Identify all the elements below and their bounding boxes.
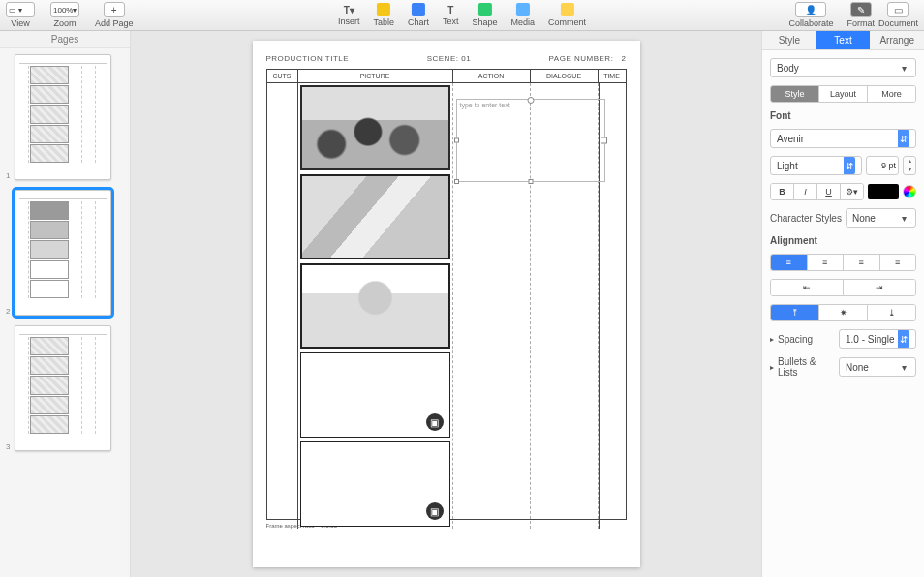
collaborate-icon: 👤 [795, 2, 826, 17]
storyboard-table: CUTS PICTURE ACTION DIALOGUE TIME ▣ ▣ [266, 69, 627, 520]
underline-button[interactable]: U [817, 184, 841, 199]
image-placeholder-icon[interactable]: ▣ [426, 413, 444, 431]
outdent-button[interactable]: ⇤ [771, 280, 844, 295]
page[interactable]: PRODUCTION TITLE SCENE: 01 PAGE NUMBER: … [253, 41, 640, 567]
valign-middle-button[interactable]: ✷ [819, 305, 868, 320]
zoom-menu[interactable]: 100%▾ Zoom [50, 2, 79, 28]
tab-style[interactable]: Style [762, 31, 816, 49]
disclosure-triangle-icon[interactable]: ▸ [770, 363, 774, 372]
bullets-dropdown[interactable]: None▾ [839, 357, 916, 377]
format-inspector: Style Text Arrange Body▾ Style Layout Mo… [761, 31, 924, 577]
align-right-button[interactable]: ≡ [844, 255, 880, 270]
insert-icon: T▾ [344, 5, 354, 15]
cuts-column[interactable] [267, 83, 298, 529]
page-header: PRODUCTION TITLE SCENE: 01 PAGE NUMBER: … [266, 54, 627, 63]
valign-top-button[interactable]: ⤒ [771, 305, 819, 320]
col-time: TIME [599, 70, 626, 82]
comment-icon [561, 3, 574, 16]
chevron-down-icon: ▾ [898, 358, 909, 376]
comment-button[interactable]: Comment [548, 3, 586, 27]
col-dialogue: DIALOGUE [531, 70, 599, 82]
tab-text[interactable]: Text [816, 31, 871, 49]
stepper-icon: ⇵ [898, 330, 909, 348]
align-left-button[interactable]: ≡ [771, 255, 808, 270]
storyboard-frame-1[interactable] [300, 85, 450, 170]
font-weight-dropdown[interactable]: Light⇵ [770, 156, 862, 175]
toolbar: ▭ ▾ View 100%▾ Zoom + Add Page T▾ Insert… [0, 0, 924, 31]
chart-icon [412, 3, 425, 16]
table-button[interactable]: Table [373, 3, 394, 27]
table-icon [377, 3, 390, 16]
text-options-button[interactable]: ⚙▾ [841, 184, 863, 199]
storyboard-frame-3[interactable] [300, 263, 450, 349]
valign-bottom-button[interactable]: ⤓ [868, 305, 915, 320]
storyboard-frame-2[interactable] [300, 174, 450, 259]
document-button[interactable]: ▭ Document [878, 2, 918, 28]
view-menu[interactable]: ▭ ▾ View [6, 2, 35, 28]
paragraph-style-dropdown[interactable]: Body▾ [770, 58, 916, 77]
insert-button[interactable]: T▾ Insert [338, 5, 360, 26]
subtab-style[interactable]: Style [771, 86, 819, 102]
font-size-input[interactable]: 9 pt [866, 156, 899, 175]
shape-button[interactable]: Shape [473, 3, 498, 27]
action-column[interactable]: type to enter text [453, 83, 531, 529]
image-placeholder-icon[interactable]: ▣ [426, 502, 444, 520]
bullets-label: Bullets & Lists [778, 356, 835, 378]
add-page-button[interactable]: + Add Page [95, 2, 134, 28]
font-section-label: Font [770, 110, 916, 121]
spacing-dropdown[interactable]: 1.0 - Single⇵ [839, 329, 916, 349]
canvas[interactable]: PRODUCTION TITLE SCENE: 01 PAGE NUMBER: … [131, 31, 761, 577]
text-icon: T [447, 5, 453, 15]
page-thumb-1[interactable]: 1 [6, 54, 124, 180]
storyboard-frame-5[interactable]: ▣ [300, 441, 450, 527]
collaborate-button[interactable]: 👤 Collaborate [788, 2, 833, 28]
font-size-stepper[interactable]: ▴▾ [903, 156, 916, 175]
view-icon: ▭ ▾ [6, 2, 35, 17]
zoom-label: Zoom [53, 18, 76, 28]
color-wheel-icon[interactable] [903, 185, 916, 198]
page-thumb-3[interactable]: 3 [6, 325, 124, 451]
align-justify-button[interactable]: ≡ [880, 255, 916, 270]
resize-handle[interactable] [454, 138, 459, 143]
resize-handle[interactable] [454, 179, 459, 184]
col-picture: PICTURE [298, 70, 453, 82]
chart-button[interactable]: Chart [408, 3, 429, 27]
text-button[interactable]: T Text [443, 5, 459, 26]
subtab-layout[interactable]: Layout [819, 86, 868, 102]
text-box-selected[interactable]: type to enter text [456, 99, 605, 182]
resize-handle[interactable] [528, 179, 533, 184]
zoom-dropdown: 100%▾ [50, 2, 79, 17]
document-icon: ▭ [887, 2, 909, 17]
sidebar-title: Pages [0, 31, 130, 48]
production-title: PRODUCTION TITLE [266, 54, 350, 63]
media-icon [516, 3, 530, 16]
chevron-down-icon: ▾ [898, 59, 909, 76]
vertical-alignment: ⤒ ✷ ⤓ [770, 304, 916, 321]
spacing-label: Spacing [778, 334, 835, 345]
picture-column: ▣ ▣ [298, 83, 453, 529]
italic-button[interactable]: I [794, 184, 817, 199]
thumbnail-list[interactable]: 1 2 3 [0, 48, 130, 577]
text-color-swatch[interactable] [868, 184, 899, 199]
indent-button[interactable]: ⇥ [844, 280, 915, 295]
font-family-dropdown[interactable]: Avenir⇵ [770, 129, 916, 148]
character-styles-label: Character Styles [770, 213, 842, 224]
page-thumb-2[interactable]: 2 [6, 190, 124, 316]
media-button[interactable]: Media [511, 3, 536, 27]
plus-icon: + [104, 2, 125, 17]
col-action: ACTION [453, 70, 531, 82]
indent-controls: ⇤ ⇥ [770, 279, 916, 296]
subtab-more[interactable]: More [868, 86, 915, 102]
tab-arrange[interactable]: Arrange [870, 31, 924, 49]
alignment-section-label: Alignment [770, 235, 916, 246]
character-styles-dropdown[interactable]: None▾ [846, 208, 916, 228]
bold-button[interactable]: B [771, 184, 794, 199]
stepper-icon: ⇵ [844, 157, 855, 174]
brush-icon: ✎ [850, 2, 872, 17]
disclosure-triangle-icon[interactable]: ▸ [770, 335, 774, 344]
storyboard-frame-4[interactable]: ▣ [300, 352, 450, 438]
chevron-down-icon: ▾ [898, 209, 909, 227]
format-button[interactable]: ✎ Format [847, 2, 875, 28]
horizontal-alignment: ≡ ≡ ≡ ≡ [770, 254, 916, 271]
align-center-button[interactable]: ≡ [808, 255, 845, 270]
